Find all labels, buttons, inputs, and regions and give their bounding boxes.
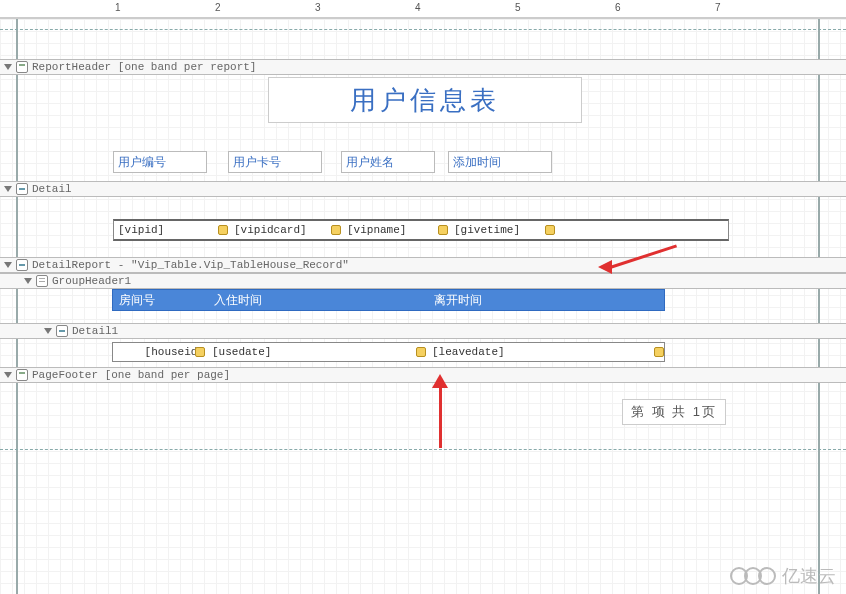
smart-tag-icon[interactable]	[331, 225, 341, 235]
bottom-margin-line	[0, 449, 846, 450]
band-detail1[interactable]: Detail1	[0, 323, 846, 339]
band-page-footer[interactable]: PageFooter [one band per page]	[0, 367, 846, 383]
group-header-icon	[36, 275, 48, 287]
top-margin-line	[0, 29, 846, 30]
col-header-givetime[interactable]: 添加时间	[448, 151, 552, 173]
detail-icon	[16, 183, 28, 195]
band-group-header[interactable]: GroupHeader1	[0, 273, 846, 289]
band-detail-report[interactable]: DetailReport - "Vip_Table.Vip_TableHouse…	[0, 257, 846, 273]
band-label: Detail1	[72, 325, 118, 337]
detail-area[interactable]: [vipid] [vipidcard] [vipname] [givetime]	[0, 197, 846, 257]
band-suffix: [one band per page]	[105, 369, 230, 381]
ruler-tick-1: 1	[115, 2, 121, 13]
smart-tag-icon[interactable]	[195, 347, 205, 357]
gh-houseid[interactable]: 房间号	[113, 290, 208, 310]
band-suffix: - "Vip_Table.Vip_TableHouse_Record"	[118, 259, 349, 271]
smart-tag-icon[interactable]	[545, 225, 555, 235]
band-report-header[interactable]: ReportHeader [one band per report]	[0, 59, 846, 75]
gh-leavedate[interactable]: 离开时间	[428, 290, 658, 310]
band-label: DetailReport	[32, 259, 111, 271]
band-suffix: [one band per report]	[118, 61, 257, 73]
band-detail[interactable]: Detail	[0, 181, 846, 197]
detail1-icon	[56, 325, 68, 337]
cell-givetime[interactable]: [givetime]	[450, 221, 557, 239]
detail-data-row[interactable]: [vipid] [vipidcard] [vipname] [givetime]	[113, 219, 729, 241]
detail1-data-row[interactable]: [houseid] [usedate] [leavedate]	[112, 342, 665, 362]
band-label: GroupHeader1	[52, 275, 131, 287]
cell-leavedate[interactable]: [leavedate]	[428, 343, 666, 361]
page-info-label[interactable]: 第 项 共 1页	[622, 399, 726, 425]
chevron-down-icon[interactable]	[4, 372, 12, 378]
smart-tag-icon[interactable]	[218, 225, 228, 235]
ruler-tick-4: 4	[415, 2, 421, 13]
ruler-tick-2: 2	[215, 2, 221, 13]
band-label: ReportHeader	[32, 61, 111, 73]
chevron-down-icon[interactable]	[4, 262, 12, 268]
page-footer-icon	[16, 369, 28, 381]
smart-tag-icon[interactable]	[654, 347, 664, 357]
report-title-label[interactable]: 用户信息表	[268, 77, 582, 123]
design-canvas[interactable]: ReportHeader [one band per report] 用户信息表…	[0, 18, 846, 594]
smart-tag-icon[interactable]	[438, 225, 448, 235]
cell-usedate[interactable]: [usedate]	[208, 343, 428, 361]
ruler-tick-7: 7	[715, 2, 721, 13]
col-header-vipcard[interactable]: 用户卡号	[228, 151, 322, 173]
gh-usedate[interactable]: 入住时间	[208, 290, 428, 310]
cell-vipid[interactable]: [vipid]	[114, 221, 230, 239]
ruler-tick-5: 5	[515, 2, 521, 13]
chevron-down-icon[interactable]	[4, 186, 12, 192]
col-header-vipname[interactable]: 用户姓名	[341, 151, 435, 173]
smart-tag-icon[interactable]	[416, 347, 426, 357]
ruler-tick-6: 6	[615, 2, 621, 13]
chevron-down-icon[interactable]	[24, 278, 32, 284]
report-header-icon	[16, 61, 28, 73]
ruler-horizontal: 1 2 3 4 5 6 7	[0, 0, 846, 18]
cell-vipname[interactable]: [vipname]	[343, 221, 450, 239]
band-label: PageFooter	[32, 369, 98, 381]
detail-report-icon	[16, 259, 28, 271]
cell-vipcard[interactable]: [vipidcard]	[230, 221, 343, 239]
group-header-row[interactable]: 房间号 入住时间 离开时间	[112, 289, 665, 311]
watermark: 亿速云	[734, 564, 836, 588]
ruler-tick-3: 3	[315, 2, 321, 13]
chevron-down-icon[interactable]	[4, 64, 12, 70]
col-header-vipid[interactable]: 用户编号	[113, 151, 207, 173]
page-footer-area[interactable]: 第 项 共 1页	[0, 383, 846, 443]
report-header-area[interactable]: 用户信息表 用户编号 用户卡号 用户姓名 添加时间	[0, 75, 846, 181]
band-label: Detail	[32, 183, 72, 195]
chevron-down-icon[interactable]	[44, 328, 52, 334]
detail1-area[interactable]: [houseid] [usedate] [leavedate]	[0, 339, 846, 367]
cell-houseid[interactable]: [houseid]	[113, 343, 208, 361]
group-header-area[interactable]: 房间号 入住时间 离开时间	[0, 289, 846, 323]
